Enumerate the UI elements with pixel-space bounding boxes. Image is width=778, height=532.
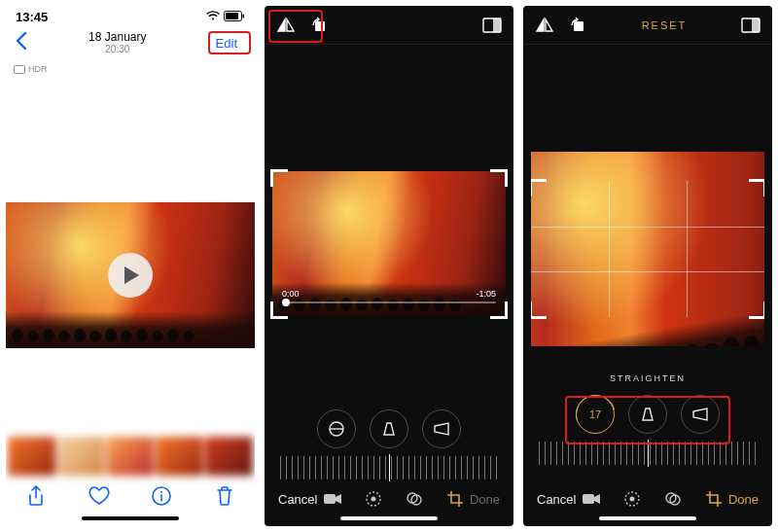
filters-tab-icon[interactable]	[405, 489, 424, 509]
home-indicator[interactable]	[340, 516, 438, 520]
wifi-icon	[206, 10, 220, 24]
video-tab-icon[interactable]	[582, 489, 601, 509]
adjust-mode-label: STRAIGHTEN	[523, 373, 772, 383]
vertical-perspective-button[interactable]	[628, 395, 667, 434]
done-button[interactable]: Done	[470, 492, 500, 507]
svg-rect-8	[493, 18, 501, 32]
crop-tab-icon[interactable]	[445, 489, 465, 509]
crop-frame[interactable]	[531, 181, 764, 317]
crop-handle-tr[interactable]	[490, 169, 508, 187]
horizontal-perspective-button[interactable]	[422, 409, 461, 448]
svg-rect-2	[243, 14, 245, 18]
rotate-icon[interactable]	[309, 16, 329, 35]
photo-time: 20:30	[88, 44, 146, 54]
editor-topbar	[265, 6, 513, 45]
cancel-button[interactable]: Cancel	[278, 492, 317, 507]
video-timeline[interactable]: 0:00 -1:05	[282, 289, 496, 303]
thumbnail-strip[interactable]	[6, 437, 255, 476]
crop-tab-icon[interactable]	[704, 489, 724, 509]
reset-button[interactable]: RESET	[642, 19, 688, 31]
time-start: 0:00	[282, 289, 300, 299]
straighten-button[interactable]	[317, 409, 356, 448]
video-tab-icon[interactable]	[323, 489, 342, 509]
cancel-button[interactable]: Cancel	[537, 492, 576, 507]
play-button[interactable]	[108, 253, 153, 298]
battery-icon	[224, 10, 245, 24]
aspect-icon[interactable]	[741, 16, 760, 35]
done-button[interactable]: Done	[728, 492, 759, 507]
aspect-icon[interactable]	[482, 16, 502, 35]
hdr-label: HDR	[28, 64, 48, 74]
adjust-tab-icon[interactable]	[622, 489, 642, 509]
top-left-tools	[535, 16, 587, 35]
editor-bottombar: Cancel Done	[265, 479, 513, 513]
editor-topbar: RESET	[523, 6, 772, 45]
video-thumbnail[interactable]	[6, 202, 255, 348]
photo-title: 18 January 20:30	[88, 31, 146, 54]
home-indicator[interactable]	[82, 516, 179, 520]
adjust-controls: 17	[523, 395, 772, 434]
adjust-tab-icon[interactable]	[364, 489, 383, 509]
info-icon[interactable]	[151, 485, 172, 507]
back-button[interactable]	[16, 32, 27, 54]
crop-canvas[interactable]: 0:00 -1:05	[272, 171, 506, 317]
straighten-value: 17	[589, 408, 601, 420]
favorite-icon[interactable]	[88, 485, 110, 507]
nav-bar: 18 January 20:30 Edit	[6, 27, 255, 62]
share-icon[interactable]	[25, 485, 47, 507]
mode-tabs	[582, 489, 724, 509]
crop-handle-tl[interactable]	[270, 169, 288, 187]
mode-tabs	[323, 489, 465, 509]
straighten-button[interactable]: 17	[576, 395, 615, 434]
photos-viewer-screen: 13:45 18 January 20:30 Edit HDR	[6, 6, 255, 526]
top-left-tools	[276, 16, 329, 35]
home-indicator[interactable]	[599, 516, 696, 520]
horizontal-perspective-button[interactable]	[681, 395, 720, 434]
audience-silhouette	[6, 319, 255, 342]
toolbar	[6, 476, 255, 513]
svg-rect-6	[315, 21, 325, 31]
flip-icon[interactable]	[535, 16, 554, 35]
crop-handle-bl[interactable]	[531, 301, 547, 319]
crop-handle-tl[interactable]	[531, 179, 547, 196]
time-end: -1:05	[476, 289, 496, 299]
vertical-perspective-button[interactable]	[370, 409, 408, 448]
photo-date: 18 January	[88, 31, 146, 44]
adjust-controls	[265, 409, 513, 448]
svg-point-12	[371, 497, 375, 502]
svg-rect-15	[574, 21, 584, 31]
svg-point-20	[629, 497, 634, 502]
crop-editor-adjusted-screen: RESET STRAIGHTEN 17	[523, 6, 772, 526]
angle-ruler[interactable]	[280, 456, 498, 479]
crop-editor-screen: 0:00 -1:05 Cancel Done	[265, 6, 513, 526]
svg-rect-18	[583, 494, 594, 504]
svg-rect-10	[324, 494, 336, 504]
crop-canvas[interactable]	[531, 152, 764, 346]
svg-rect-1	[226, 13, 238, 19]
svg-rect-17	[752, 18, 760, 32]
rotate-icon[interactable]	[568, 16, 587, 35]
angle-ruler[interactable]	[539, 442, 757, 465]
status-time: 13:45	[16, 10, 48, 24]
playhead[interactable]	[282, 299, 290, 306]
edit-button[interactable]: Edit	[208, 33, 245, 53]
svg-point-5	[160, 491, 162, 493]
status-right	[206, 10, 245, 24]
filters-tab-icon[interactable]	[663, 489, 683, 509]
editor-bottombar: Cancel Done	[523, 479, 772, 513]
crop-handle-tr[interactable]	[749, 179, 764, 196]
hdr-badge: HDR	[6, 62, 255, 76]
status-bar: 13:45	[6, 6, 255, 27]
svg-rect-3	[15, 65, 25, 73]
trash-icon[interactable]	[214, 485, 235, 507]
flip-icon[interactable]	[276, 16, 296, 35]
crop-handle-br[interactable]	[749, 301, 764, 319]
